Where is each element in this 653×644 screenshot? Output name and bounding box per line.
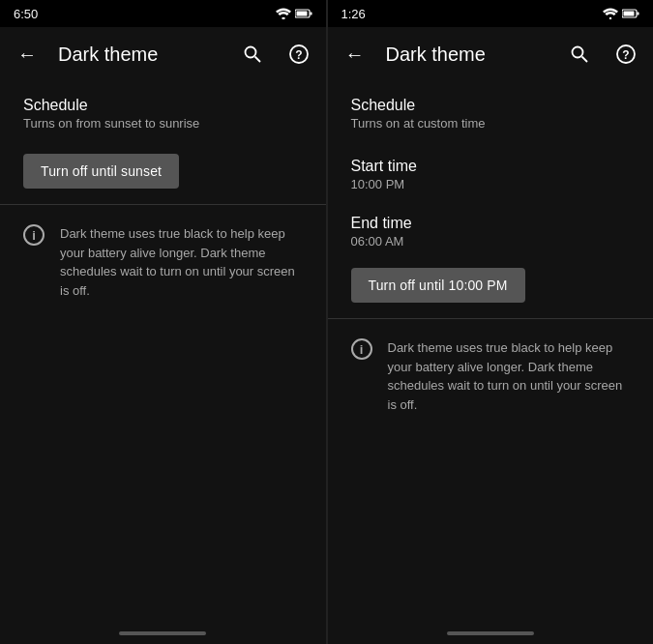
- info-text-1: Dark theme uses true black to help keep …: [60, 224, 303, 300]
- back-button-2[interactable]: ←: [336, 35, 374, 73]
- home-indicator-1: [119, 631, 206, 635]
- svg-point-8: [609, 17, 611, 19]
- svg-line-5: [254, 57, 260, 63]
- svg-line-13: [582, 57, 588, 63]
- home-indicator-2: [447, 631, 534, 635]
- svg-rect-10: [624, 12, 635, 16]
- svg-point-4: [245, 47, 255, 58]
- help-button-2[interactable]: ?: [607, 35, 645, 73]
- search-button-1[interactable]: [233, 35, 272, 73]
- content-2: Schedule Turns on at custom time Start t…: [328, 81, 654, 623]
- schedule-label-2: Schedule: [351, 97, 631, 114]
- status-icons-1: [276, 8, 312, 19]
- schedule-desc-2: Turns on at custom time: [351, 116, 631, 131]
- end-time-label: End time: [351, 215, 631, 232]
- start-time-item[interactable]: Start time 10:00 PM: [328, 146, 654, 203]
- back-button-1[interactable]: ←: [8, 35, 46, 73]
- svg-rect-2: [296, 12, 307, 16]
- info-row-1: i Dark theme uses true black to help kee…: [0, 205, 326, 319]
- panel-1: 6:50 ← Dark theme: [0, 0, 327, 644]
- button-row-1: Turn off until sunset: [0, 146, 326, 204]
- status-bar-2: 1:26: [328, 0, 654, 27]
- search-icon-2: [570, 44, 589, 64]
- battery-icon-1: [295, 9, 312, 18]
- home-bar-1: [0, 623, 326, 644]
- svg-text:?: ?: [295, 48, 302, 62]
- help-icon-2: ?: [616, 44, 636, 64]
- turn-off-10pm-button[interactable]: Turn off until 10:00 PM: [351, 268, 525, 303]
- search-icon-1: [243, 44, 262, 64]
- start-time-value: 10:00 PM: [351, 177, 631, 191]
- schedule-item-1: Schedule Turns on from sunset to sunrise: [0, 81, 326, 146]
- info-row-2: i Dark theme uses true black to help kee…: [328, 319, 654, 433]
- schedule-label-1: Schedule: [23, 97, 303, 114]
- panel-2: 1:26 ← Dark theme ?: [327, 0, 654, 644]
- battery-icon-2: [622, 9, 639, 18]
- help-icon-1: ?: [289, 44, 309, 64]
- svg-text:?: ?: [622, 48, 629, 62]
- turn-off-sunset-button[interactable]: Turn off until sunset: [23, 154, 179, 189]
- toolbar-1: ← Dark theme ?: [0, 27, 326, 81]
- status-icons-2: [603, 8, 639, 19]
- svg-rect-11: [638, 13, 639, 15]
- info-icon-2: i: [351, 338, 372, 360]
- page-title-1: Dark theme: [58, 44, 225, 66]
- wifi-icon-1: [276, 8, 291, 19]
- end-time-item[interactable]: End time 06:00 AM: [328, 203, 654, 260]
- status-bar-1: 6:50: [0, 0, 326, 27]
- start-time-label: Start time: [351, 158, 631, 175]
- end-time-value: 06:00 AM: [351, 234, 631, 249]
- help-button-1[interactable]: ?: [280, 35, 318, 73]
- button-row-2: Turn off until 10:00 PM: [328, 260, 654, 318]
- schedule-item-2: Schedule Turns on at custom time: [328, 81, 654, 146]
- content-1: Schedule Turns on from sunset to sunrise…: [0, 81, 326, 623]
- wifi-icon-2: [603, 8, 618, 19]
- time-1: 6:50: [14, 7, 38, 21]
- home-bar-2: [328, 623, 654, 644]
- svg-point-12: [573, 47, 583, 58]
- toolbar-2: ← Dark theme ?: [328, 27, 654, 81]
- info-text-2: Dark theme uses true black to help keep …: [388, 338, 631, 414]
- page-title-2: Dark theme: [386, 44, 553, 66]
- schedule-desc-1: Turns on from sunset to sunrise: [23, 116, 303, 131]
- svg-rect-3: [310, 13, 312, 15]
- time-2: 1:26: [341, 7, 366, 21]
- search-button-2[interactable]: [560, 35, 599, 73]
- info-icon-1: i: [23, 224, 45, 246]
